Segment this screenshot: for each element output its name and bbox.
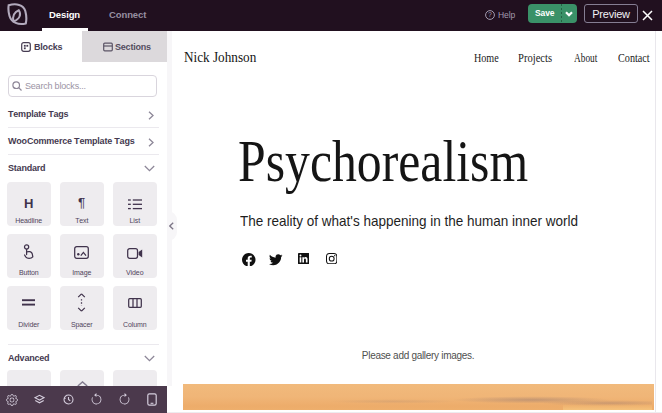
svg-text:?: ? <box>488 11 492 18</box>
